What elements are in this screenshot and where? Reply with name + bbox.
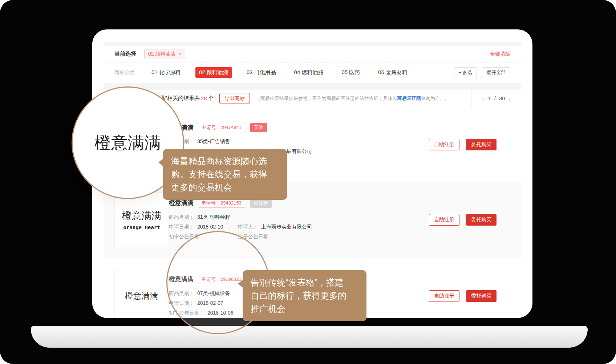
apply-date-label: 申请日期： bbox=[169, 222, 194, 232]
entrust-purchase-button[interactable]: 委托购买 bbox=[466, 139, 497, 150]
category-item-04[interactable]: 04 燃料油脂 bbox=[291, 67, 327, 78]
results-count: 28 bbox=[201, 95, 207, 101]
magnified-trademark-text: 橙意满满 bbox=[94, 132, 161, 154]
trademark-image-subtext: orange Heart bbox=[123, 225, 160, 230]
disclaimer-post: 查询为准。） bbox=[421, 96, 449, 101]
close-icon[interactable]: × bbox=[178, 51, 181, 57]
expand-all-button[interactable]: 展开全部 bbox=[482, 67, 510, 78]
entrust-purchase-button[interactable]: 委托购买 bbox=[466, 290, 497, 302]
current-selection-label: 当前选择 bbox=[114, 50, 136, 57]
current-page: 1 bbox=[488, 95, 491, 101]
category-field-value: 35类-广告销售 bbox=[197, 137, 230, 146]
reg-announcement-value: – bbox=[276, 232, 279, 242]
apply-date-value: 2018-02-10 bbox=[197, 222, 223, 232]
application-number-value: 29482153 bbox=[220, 200, 242, 206]
category-field-label: 商品类别： bbox=[169, 212, 194, 222]
self-register-button[interactable]: 自助注册 bbox=[429, 139, 459, 150]
trademark-office-link[interactable]: 商标局官网 bbox=[397, 96, 421, 101]
selected-filter-tag-label: 02 颜料油漆 bbox=[148, 51, 175, 57]
entrust-purchase-button[interactable]: 委托购买 bbox=[466, 214, 497, 226]
current-selection-row: 当前选择 02 颜料油漆 × 全部清除 bbox=[104, 46, 521, 62]
filter-panel: 当前选择 02 颜料油漆 × 全部清除 商标分类 01 化学原料 02 颜料油漆… bbox=[104, 46, 521, 83]
applicant-value: 上海雨步实业有限公司 bbox=[261, 222, 312, 232]
page-separator: / bbox=[494, 95, 496, 101]
self-register-button[interactable]: 自助注册 bbox=[429, 214, 459, 226]
pagination: ‹ 1 / 30 › bbox=[471, 90, 521, 107]
row-actions: 自助注册 委托购买 bbox=[429, 139, 497, 150]
feature-tooltip-trade: 海量精品商标资源随心选 购。支持在线交易，获得 更多的交易机会 bbox=[163, 149, 287, 200]
row-actions: 自助注册 委托购买 bbox=[429, 214, 497, 226]
row-actions: 自助注册 委托购买 bbox=[429, 290, 497, 302]
category-row: 商标分类 01 化学原料 02 颜料油漆 03 日化用品 04 燃料油脂 05 … bbox=[104, 62, 521, 82]
trademark-image: 橙意满满 bbox=[114, 269, 169, 318]
trademark-image: 橙意满满 orange Heart bbox=[114, 193, 169, 247]
category-item-05[interactable]: 05 医药 bbox=[338, 67, 364, 78]
feature-tooltip-promotion: 告别传统“发表格”，搭建 自己的标行，获得更多的 推广机会 bbox=[243, 270, 366, 321]
application-number-label: 申请号： bbox=[202, 200, 220, 206]
trademark-image-text: 橙意满满 bbox=[122, 209, 161, 222]
applicant-label: 申请人： bbox=[238, 222, 258, 232]
disclaimer-pre: （商标检索结果仅供参考，不作为商标能否注册的法律依据；具体以 bbox=[256, 96, 397, 101]
tooltip-line: 告别传统“发表格”，搭建 bbox=[251, 276, 358, 289]
tooltip-line: 自己的标行，获得更多的 bbox=[251, 289, 358, 302]
trademark-image-text: 橙意满满 bbox=[125, 291, 158, 302]
selected-filter-tag[interactable]: 02 颜料油漆 × bbox=[144, 49, 185, 59]
multi-select-button[interactable]: + 多选 bbox=[454, 67, 477, 78]
disclaimer-text: （商标检索结果仅供参考，不作为商标能否注册的法律依据；具体以商标局官网查询为准。… bbox=[256, 95, 449, 102]
category-item-01[interactable]: 01 化学原料 bbox=[148, 67, 185, 78]
tooltip-line: 购。支持在线交易，获得 bbox=[171, 168, 279, 181]
results-summary-suffix: 个 bbox=[208, 95, 214, 102]
laptop-base bbox=[31, 326, 588, 348]
next-page-icon[interactable]: › bbox=[508, 95, 511, 102]
prev-page-icon[interactable]: ‹ bbox=[482, 95, 485, 102]
category-label: 商标分类 bbox=[114, 69, 135, 76]
tooltip-line: 推广机会 bbox=[251, 302, 358, 315]
tooltip-line: 海量精品商标资源随心选 bbox=[171, 155, 279, 168]
category-item-03[interactable]: 03 日化用品 bbox=[243, 67, 280, 78]
application-number-value: 29474941 bbox=[220, 125, 242, 130]
application-number-label: 申请号： bbox=[202, 125, 220, 130]
export-trademarks-button[interactable]: 导出商标 bbox=[219, 93, 250, 104]
page: 当前选择 02 颜料油漆 × 全部清除 商标分类 01 化学原料 02 颜料油漆… bbox=[0, 0, 616, 364]
trademark-name: 橙意满满 bbox=[169, 199, 194, 207]
category-item-06[interactable]: 06 金属材料 bbox=[374, 67, 411, 78]
category-tools: + 多选 展开全部 bbox=[454, 67, 510, 78]
tooltip-line: 更多的交易机会 bbox=[171, 181, 279, 194]
category-item-02-active[interactable]: 02 颜料油漆 bbox=[195, 67, 232, 78]
category-field-value: 31类-饲料种籽 bbox=[197, 212, 230, 222]
application-number-tag: 申请号：29474941 bbox=[198, 123, 245, 132]
self-register-button[interactable]: 自助注册 bbox=[429, 290, 459, 302]
total-pages: 30 bbox=[499, 95, 505, 101]
status-badge: 无效 bbox=[250, 123, 267, 132]
clear-all-link[interactable]: 全部清除 bbox=[490, 51, 510, 57]
